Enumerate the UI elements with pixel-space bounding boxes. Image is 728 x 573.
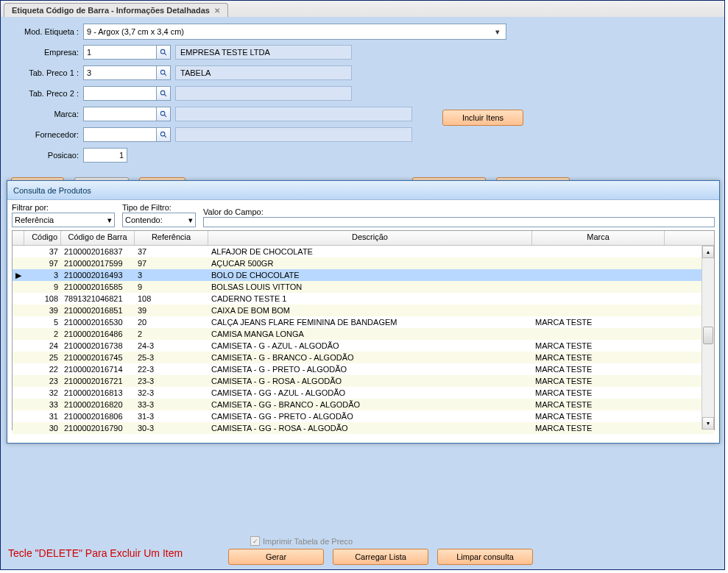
posicao-input[interactable]	[83, 148, 127, 163]
svg-point-4	[160, 90, 165, 95]
tipo-filtro-select[interactable]: Contendo: ▾	[122, 213, 196, 227]
chevron-down-icon: ▾	[492, 27, 503, 37]
marca-name	[175, 107, 412, 121]
col-marca[interactable]: Marca	[532, 231, 665, 245]
empresa-lookup-button[interactable]	[156, 45, 171, 60]
form-area: Mod. Etiqueta : 9 - Argox (3,7 cm x 3,4 …	[1, 17, 724, 173]
tab-preco2-lookup-button[interactable]	[156, 86, 171, 101]
search-icon	[160, 49, 168, 57]
mod-etiqueta-select[interactable]: 9 - Argox (3,7 cm x 3,4 cm) ▾	[83, 24, 506, 40]
table-row[interactable]: 33210000201682033-3CAMISETA - GG - BRANC…	[13, 399, 714, 410]
table-row[interactable]: 97210000201759997AÇUCAR 500GR	[13, 257, 714, 269]
carregar-lista-button[interactable]: Carregar Lista	[333, 549, 428, 565]
search-icon	[160, 90, 168, 98]
valor-campo-input[interactable]	[203, 217, 715, 227]
label-marca: Marca:	[10, 110, 83, 118]
chevron-down-icon: ▾	[107, 216, 112, 225]
svg-line-1	[164, 53, 166, 55]
checkbox-icon[interactable]: ✓	[250, 536, 260, 546]
dialog-title: Consulta de Produtos	[7, 181, 719, 200]
marca-lookup-button[interactable]	[156, 107, 171, 121]
grid-header: Código Código de Barra Referência Descri…	[13, 231, 714, 246]
chevron-down-icon: ▾	[188, 216, 193, 225]
table-row[interactable]: 921000020165859BOLSAS LOUIS VITTON	[13, 281, 714, 293]
table-row[interactable]: ▶321000020164933BOLO DE CHOCOLATE	[13, 269, 714, 281]
table-row[interactable]: 37210000201683737ALFAJOR DE CHOCOLATE	[13, 246, 714, 257]
scroll-down-icon[interactable]: ▾	[702, 417, 714, 430]
col-referencia[interactable]: Referência	[135, 231, 208, 245]
scroll-up-icon[interactable]: ▴	[702, 246, 714, 258]
svg-point-2	[160, 70, 165, 74]
imprimir-checkbox-row[interactable]: ✓ Imprimir Tabela de Preco	[250, 536, 533, 546]
col-descricao[interactable]: Descrição	[208, 231, 532, 245]
incluir-itens-button[interactable]: Incluir Itens	[442, 110, 523, 126]
label-valor-campo: Valor do Campo:	[203, 207, 715, 216]
window-tab[interactable]: Etiqueta Código de Barra - Informações D…	[4, 3, 228, 17]
label-tab-preco1: Tab. Preco 1 :	[10, 68, 83, 77]
svg-line-5	[164, 94, 166, 96]
label-empresa: Empresa:	[10, 48, 83, 57]
label-filtrar-por: Filtrar por:	[12, 203, 115, 212]
gerar-button[interactable]: Gerar	[228, 549, 324, 565]
search-icon	[160, 131, 168, 139]
label-tab-preco2: Tab. Preco 2 :	[10, 89, 83, 98]
table-row[interactable]: 22210000201671422-3CAMISETA - G - PRETO …	[13, 363, 714, 375]
scroll-thumb[interactable]	[703, 327, 713, 344]
table-row[interactable]: 32210000201681332-3CAMISETA - GG - AZUL …	[13, 387, 714, 399]
tab-preco1-lookup-button[interactable]	[156, 65, 171, 80]
col-codigo[interactable]: Código	[24, 231, 61, 245]
col-codigo-barra[interactable]: Código de Barra	[61, 231, 135, 245]
svg-point-8	[160, 132, 165, 136]
window-title: Etiqueta Código de Barra - Informações D…	[12, 6, 210, 15]
empresa-input[interactable]	[83, 45, 157, 60]
label-tipo-filtro: Tipo de Filtro:	[122, 203, 196, 212]
tab-preco2-input[interactable]	[83, 86, 157, 101]
main-window: Etiqueta Código de Barra - Informações D…	[0, 0, 725, 570]
table-row[interactable]: 5210000201653020CALÇA JEANS FLARE FEMINI…	[13, 316, 714, 328]
product-grid: Código Código de Barra Referência Descri…	[12, 230, 715, 430]
tab-preco2-name	[175, 86, 352, 101]
table-row[interactable]: 221000020164862CAMISA MANGA LONGA	[13, 328, 714, 340]
svg-line-7	[164, 115, 166, 117]
table-row[interactable]: 24210000201673824-3CAMISETA - G - AZUL -…	[13, 340, 714, 352]
search-icon	[160, 110, 168, 118]
table-row[interactable]: 30210000201679030-3CAMISETA - GG - ROSA …	[13, 422, 714, 434]
tab-strip: Etiqueta Código de Barra - Informações D…	[1, 1, 724, 17]
vertical-scrollbar[interactable]: ▴ ▾	[702, 246, 714, 430]
close-icon[interactable]: ✕	[214, 7, 220, 15]
table-row[interactable]: 23210000201672123-3CAMISETA - G - ROSA -…	[13, 375, 714, 387]
table-row[interactable]: 31210000201680631-3CAMISETA - GG - PRETO…	[13, 410, 714, 422]
marca-input[interactable]	[83, 107, 157, 121]
svg-point-0	[160, 49, 165, 54]
fornecedor-input[interactable]	[83, 127, 157, 142]
svg-line-3	[164, 74, 166, 76]
delete-hint: Tecle "DELETE" Para Excluir Um Item	[8, 547, 183, 559]
label-fornecedor: Fornecedor:	[10, 130, 83, 139]
consulta-produtos-dialog: Consulta de Produtos Filtrar por: Referê…	[7, 180, 720, 444]
svg-line-9	[164, 135, 166, 138]
filtrar-por-select[interactable]: Referência ▾	[12, 213, 115, 227]
search-icon	[160, 69, 168, 77]
label-mod-etiqueta: Mod. Etiqueta :	[10, 27, 83, 36]
table-row[interactable]: 1087891321046821108CADERNO TESTE 1	[13, 293, 714, 305]
limpar-consulta-button[interactable]: Limpar consulta	[437, 549, 533, 565]
table-row[interactable]: 39210000201685139CAIXA DE BOM BOM	[13, 305, 714, 316]
svg-point-6	[160, 111, 165, 115]
table-row[interactable]: 25210000201674525-3CAMISETA - G - BRANCO…	[13, 352, 714, 363]
tab-preco1-name: TABELA	[175, 65, 352, 80]
label-posicao: Posicao:	[10, 151, 83, 160]
empresa-name: EMPRESA TESTE LTDA	[175, 45, 352, 60]
fornecedor-lookup-button[interactable]	[156, 127, 171, 142]
imprimir-label: Imprimir Tabela de Preco	[263, 537, 353, 546]
tab-preco1-input[interactable]	[83, 65, 157, 80]
fornecedor-name	[175, 127, 412, 142]
